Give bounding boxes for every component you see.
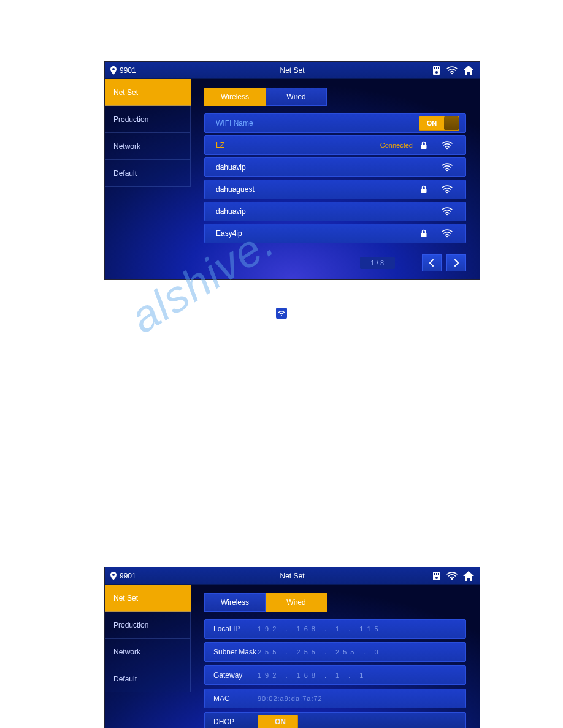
field-label: Subnet Mask — [213, 648, 258, 656]
wifi-row[interactable]: dahuaguest — [204, 180, 466, 199]
signal-icon — [435, 163, 459, 172]
wifi-name: dahuavip — [216, 163, 339, 172]
sidebar-item-network[interactable]: Network — [105, 133, 191, 160]
tab-wired[interactable]: Wired — [266, 593, 327, 612]
sidebar: Net Set Production Network Default — [105, 585, 191, 728]
sidebar-item-production[interactable]: Production — [105, 106, 191, 133]
sidebar-item-netset[interactable]: Net Set — [105, 585, 191, 612]
field-label: DHCP — [213, 718, 258, 726]
wifi-row[interactable]: Easy4ip — [204, 224, 466, 243]
svg-rect-12 — [421, 233, 427, 237]
wifi-icon[interactable] — [446, 572, 458, 580]
field-value: 255 . 255 . 255 . 0 — [258, 648, 382, 656]
sidebar-item-label: Default — [113, 169, 137, 178]
sidebar-item-production[interactable]: Production — [105, 612, 191, 639]
wired-form: Local IP 192 . 168 . 1 . 115 Subnet Mask… — [204, 619, 466, 728]
field-dhcp: DHCP ON — [204, 712, 466, 728]
wifi-list-header: WIFI Name ON — [204, 113, 466, 133]
lock-icon — [413, 185, 435, 194]
lock-icon — [413, 229, 435, 238]
field-subnet-mask[interactable]: Subnet Mask 255 . 255 . 255 . 0 — [204, 642, 466, 662]
field-gateway[interactable]: Gateway 192 . 168 . 1 . 1 — [204, 665, 466, 685]
svg-point-21 — [451, 578, 453, 579]
svg-point-15 — [281, 315, 282, 316]
lock-icon — [413, 141, 435, 150]
chevron-left-icon — [429, 259, 435, 267]
pagination: 1 / 8 — [204, 254, 466, 271]
svg-rect-19 — [438, 573, 439, 575]
device-screen-wired: 9901 Net Set Net Set Production Network … — [104, 567, 480, 728]
tab-bar: Wireless Wired — [204, 593, 466, 612]
page-indicator: 1 / 8 — [360, 257, 395, 269]
dhcp-toggle[interactable]: ON — [258, 715, 298, 728]
wifi-list: WIFI Name ON LZ Connected — [204, 113, 466, 243]
sidebar-item-label: Production — [113, 621, 148, 629]
device-screen-wireless: 9901 Net Set Net Set Production Network … — [104, 61, 480, 280]
svg-point-10 — [446, 192, 448, 193]
signal-icon — [435, 141, 459, 150]
wifi-status: Connected — [365, 142, 413, 149]
svg-rect-18 — [436, 573, 437, 575]
wifi-header-label: WIFI Name — [216, 119, 339, 127]
sidebar-item-default[interactable]: Default — [105, 665, 191, 692]
svg-point-13 — [446, 236, 448, 237]
tab-wireless[interactable]: Wireless — [204, 593, 266, 612]
header-title: Net Set — [105, 66, 480, 75]
svg-point-20 — [435, 577, 438, 579]
toggle-knob — [444, 116, 459, 130]
svg-point-8 — [446, 170, 448, 171]
header-bar: 9901 Net Set — [105, 62, 480, 79]
signal-icon — [435, 229, 459, 238]
prev-page-button[interactable] — [422, 254, 442, 271]
tab-bar: Wireless Wired — [204, 88, 466, 106]
wifi-icon[interactable] — [446, 66, 458, 75]
svg-rect-1 — [434, 67, 435, 69]
field-value: 192 . 168 . 1 . 115 — [258, 625, 382, 632]
pin-icon — [110, 572, 117, 580]
wifi-name: LZ — [216, 141, 339, 150]
sidebar-item-label: Network — [113, 648, 140, 656]
wifi-name: dahuaguest — [216, 185, 339, 194]
wifi-on-toggle[interactable]: ON — [419, 116, 459, 131]
tab-wired[interactable]: Wired — [266, 88, 327, 106]
svg-rect-9 — [421, 189, 427, 193]
field-label: MAC — [213, 694, 258, 703]
field-label: Local IP — [213, 624, 258, 633]
home-icon[interactable] — [462, 65, 475, 76]
wifi-name: dahuavip — [216, 207, 339, 216]
field-mac: MAC 90:02:a9:da:7a:72 — [204, 689, 466, 708]
sidebar-item-network[interactable]: Network — [105, 639, 191, 665]
svg-point-7 — [446, 148, 448, 149]
tab-wireless[interactable]: Wireless — [204, 88, 266, 106]
wifi-row[interactable]: dahuavip — [204, 202, 466, 221]
header-pin-id: 9901 — [120, 572, 136, 580]
field-label: Gateway — [213, 671, 258, 680]
sidebar-item-label: Network — [113, 142, 140, 151]
toggle-label: ON — [419, 119, 444, 127]
pin-icon — [110, 66, 117, 75]
sidebar-item-label: Production — [113, 115, 148, 124]
header-title: Net Set — [105, 572, 480, 580]
svg-point-5 — [451, 72, 453, 74]
svg-rect-3 — [438, 67, 439, 69]
wifi-row[interactable]: dahuavip — [204, 157, 466, 177]
field-local-ip[interactable]: Local IP 192 . 168 . 1 . 115 — [204, 619, 466, 639]
sidebar-item-label: Net Set — [113, 88, 138, 97]
svg-point-11 — [446, 214, 448, 215]
svg-rect-6 — [421, 145, 427, 149]
svg-rect-2 — [436, 67, 437, 69]
signal-icon — [435, 207, 459, 216]
sidebar-item-default[interactable]: Default — [105, 160, 191, 187]
sidebar-item-netset[interactable]: Net Set — [105, 79, 191, 106]
header-pin-id: 9901 — [120, 66, 136, 75]
sdcard-icon[interactable] — [432, 571, 442, 581]
next-page-button[interactable] — [446, 254, 466, 271]
header-bar: 9901 Net Set — [105, 567, 480, 585]
field-value: 90:02:a9:da:7a:72 — [258, 695, 323, 702]
sdcard-icon[interactable] — [432, 66, 442, 75]
wifi-row[interactable]: LZ Connected — [204, 135, 466, 155]
chevron-right-icon — [453, 259, 459, 267]
toggle-label: ON — [258, 718, 302, 726]
sidebar-item-label: Net Set — [113, 594, 138, 602]
home-icon[interactable] — [462, 571, 475, 582]
